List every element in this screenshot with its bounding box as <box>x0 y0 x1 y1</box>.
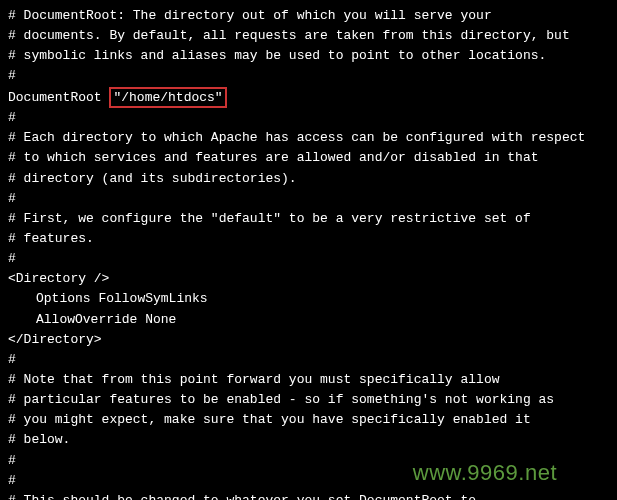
comment-line: # <box>8 350 609 370</box>
comment-line: # symbolic links and aliases may be used… <box>8 46 609 66</box>
directive-key: DocumentRoot <box>8 90 109 105</box>
comment-line: # DocumentRoot: The directory out of whi… <box>8 6 609 26</box>
comment-line: # to which services and features are all… <box>8 148 609 168</box>
watermark-text: www.9969.net <box>413 456 557 490</box>
comment-line: # documents. By default, all requests ar… <box>8 26 609 46</box>
config-text-block: # DocumentRoot: The directory out of whi… <box>8 6 609 500</box>
comment-line: # <box>8 108 609 128</box>
comment-line: # directory (and its subdirectories). <box>8 169 609 189</box>
allowoverride-directive: AllowOverride None <box>8 310 609 330</box>
comment-line: # Each directory to which Apache has acc… <box>8 128 609 148</box>
comment-line: # <box>8 249 609 269</box>
comment-line: # This should be changed to whatever you… <box>8 491 609 500</box>
comment-line: # Note that from this point forward you … <box>8 370 609 390</box>
directory-close-tag: </Directory> <box>8 330 609 350</box>
comment-line: # <box>8 189 609 209</box>
documentroot-path-highlight: "/home/htdocs" <box>109 87 226 109</box>
comment-line: # First, we configure the "default" to b… <box>8 209 609 229</box>
comment-line: # you might expect, make sure that you h… <box>8 410 609 430</box>
comment-line: # features. <box>8 229 609 249</box>
comment-line: # <box>8 66 609 86</box>
options-directive: Options FollowSymLinks <box>8 289 609 309</box>
documentroot-directive: DocumentRoot "/home/htdocs" <box>8 87 609 109</box>
comment-line: # below. <box>8 430 609 450</box>
directory-open-tag: <Directory /> <box>8 269 609 289</box>
comment-line: # particular features to be enabled - so… <box>8 390 609 410</box>
